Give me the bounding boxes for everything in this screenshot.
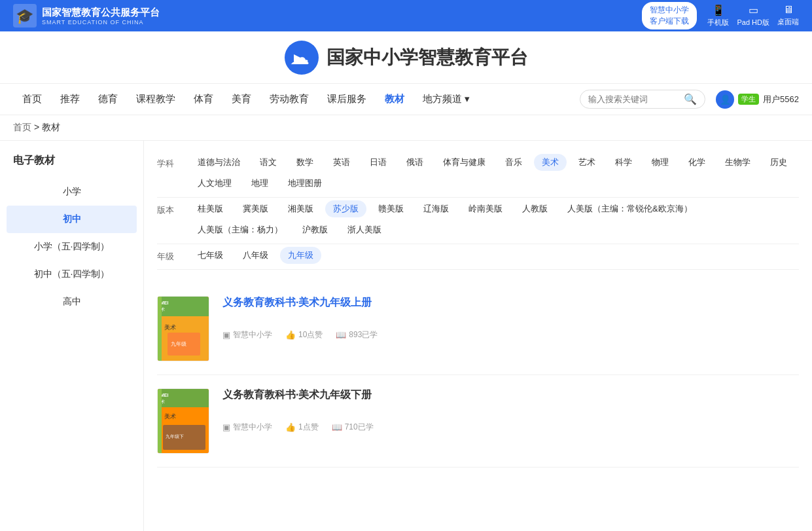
nav-sports[interactable]: 体育 bbox=[185, 84, 222, 115]
platform-links: 📱 手机版 ▭ Pad HD版 🖥 桌面端 bbox=[707, 4, 799, 27]
grade-books-divider bbox=[157, 269, 799, 270]
subject-history[interactable]: 历史 bbox=[762, 154, 795, 171]
book-meta-2: ▣ 智慧中小学 👍 1点赞 📖 710已学 bbox=[222, 422, 799, 433]
brand-title: 国家中小学智慧教育平台 bbox=[327, 45, 528, 70]
subject-english[interactable]: 英语 bbox=[325, 154, 358, 171]
breadcrumb-home[interactable]: 首页 bbox=[13, 122, 31, 132]
book-title-2: 义务教育教科书·美术九年级下册 bbox=[222, 388, 799, 402]
logo-main: 国家智慧教育公共服务平台 bbox=[42, 7, 160, 19]
learners-icon-1: 📖 bbox=[336, 330, 346, 340]
version-liao[interactable]: 辽海版 bbox=[415, 200, 457, 217]
nav-local[interactable]: 地方频道 ▾ bbox=[414, 84, 479, 115]
pad-link[interactable]: ▭ Pad HD版 bbox=[737, 4, 769, 27]
mobile-icon: 📱 bbox=[712, 4, 725, 16]
subject-filter-row: 学科 道德与法治 语文 数学 英语 日语 俄语 体育与健康 音乐 美术 艺术 科… bbox=[157, 154, 799, 192]
version-zherenm[interactable]: 浙人美版 bbox=[340, 221, 389, 238]
version-renmeichang[interactable]: 人美版（主编：常锐伦&欧京海） bbox=[559, 200, 700, 217]
subject-humanities-geo[interactable]: 人文地理 bbox=[190, 175, 239, 192]
version-renmeiy[interactable]: 人美版（主编：杨力） bbox=[190, 221, 291, 238]
subject-geography[interactable]: 地理 bbox=[243, 175, 276, 192]
grade-7[interactable]: 七年级 bbox=[190, 247, 231, 264]
subject-filter-tags: 道德与法治 语文 数学 英语 日语 俄语 体育与健康 音乐 美术 艺术 科学 物… bbox=[190, 154, 799, 192]
nav-course[interactable]: 课程教学 bbox=[127, 84, 185, 115]
nav-home[interactable]: 首页 bbox=[13, 84, 51, 115]
sidebar-junior54[interactable]: 初中（五·四学制） bbox=[0, 261, 143, 288]
version-gui[interactable]: 桂美版 bbox=[190, 200, 231, 217]
book-learners-2: 📖 710已学 bbox=[332, 422, 374, 433]
svg-rect-6 bbox=[158, 297, 209, 316]
mobile-link[interactable]: 📱 手机版 bbox=[707, 4, 729, 27]
book-meta-1: ▣ 智慧中小学 👍 10点赞 📖 893已学 bbox=[222, 329, 799, 340]
grade-9[interactable]: 九年级 bbox=[280, 247, 321, 264]
subject-geo-atlas[interactable]: 地理图册 bbox=[280, 175, 330, 192]
book-title-1[interactable]: 义务教育教科书·美术九年级上册 bbox=[222, 296, 799, 310]
version-lingnan[interactable]: 岭南美版 bbox=[461, 200, 510, 217]
version-renjiao[interactable]: 人教版 bbox=[514, 200, 556, 217]
version-gan[interactable]: 赣美版 bbox=[370, 200, 412, 217]
sidebar-primary54[interactable]: 小学（五·四学制） bbox=[0, 233, 143, 261]
svg-text:九年级: 九年级 bbox=[171, 341, 186, 347]
search-input[interactable] bbox=[588, 94, 680, 104]
sidebar-primary[interactable]: 小学 bbox=[0, 178, 143, 206]
desktop-label: 桌面端 bbox=[777, 17, 799, 27]
search-button[interactable]: 🔍 bbox=[684, 93, 697, 105]
version-sushao[interactable]: 苏少版 bbox=[325, 200, 366, 217]
book-cover-1[interactable]: MEI 术 美术 九年级 bbox=[157, 296, 209, 361]
nav-user[interactable]: 👤 学生 用户5562 bbox=[716, 90, 799, 109]
likes-text-1: 10点赞 bbox=[298, 329, 323, 340]
subject-morality[interactable]: 道德与法治 bbox=[190, 154, 248, 171]
source-text-2: 智慧中小学 bbox=[233, 422, 272, 433]
nav-arts[interactable]: 美育 bbox=[222, 84, 260, 115]
grade-filter-row: 年级 七年级 八年级 九年级 bbox=[157, 247, 799, 264]
subject-physics[interactable]: 物理 bbox=[644, 154, 677, 171]
subject-filter-label: 学科 bbox=[157, 154, 190, 170]
book-list: MEI 术 美术 九年级 义务教育教科书·美术九年级上册 ▣ 智慧中小学 bbox=[157, 283, 799, 467]
likes-text-2: 1点赞 bbox=[298, 422, 319, 433]
nav-textbook[interactable]: 教材 bbox=[376, 84, 414, 115]
nav-recommend[interactable]: 推荐 bbox=[51, 84, 89, 115]
subject-japanese[interactable]: 日语 bbox=[362, 154, 395, 171]
logo-icon: 🎓 bbox=[13, 4, 37, 27]
book-cover-2[interactable]: MEI 术 美术 九年级下 bbox=[157, 388, 209, 454]
learners-text-2: 710已学 bbox=[345, 422, 374, 433]
nav-labor[interactable]: 劳动教育 bbox=[260, 84, 318, 115]
subject-music[interactable]: 音乐 bbox=[497, 154, 530, 171]
version-xiang[interactable]: 湘美版 bbox=[280, 200, 321, 217]
nav-bar: 首页 推荐 德育 课程教学 体育 美育 劳动教育 课后服务 教材 地方频道 ▾ … bbox=[0, 84, 812, 115]
book-likes-1: 👍 10点赞 bbox=[285, 329, 323, 340]
svg-text:美术: 美术 bbox=[164, 324, 176, 331]
grade-8[interactable]: 八年级 bbox=[235, 247, 276, 264]
version-hu[interactable]: 沪教版 bbox=[294, 221, 336, 238]
book-info-2: 义务教育教科书·美术九年级下册 ▣ 智慧中小学 👍 1点赞 📖 710已学 bbox=[222, 388, 799, 433]
likes-icon-2: 👍 bbox=[285, 422, 296, 432]
main-content: 电子教材 小学 初中 小学（五·四学制） 初中（五·四学制） 高中 学科 道德与… bbox=[0, 141, 812, 531]
subject-biology[interactable]: 生物学 bbox=[717, 154, 758, 171]
mobile-label: 手机版 bbox=[707, 18, 729, 27]
grade-filter-tags: 七年级 八年级 九年级 bbox=[190, 247, 799, 264]
subject-science[interactable]: 科学 bbox=[607, 154, 640, 171]
source-text-1: 智慧中小学 bbox=[233, 329, 272, 340]
desktop-icon: 🖥 bbox=[783, 4, 794, 16]
brand-bar: ☁ ▶ 国家中小学智慧教育平台 bbox=[0, 31, 812, 84]
book-source-2: ▣ 智慧中小学 bbox=[222, 422, 272, 433]
subject-art[interactable]: 美术 bbox=[534, 154, 567, 171]
breadcrumb-current: 教材 bbox=[42, 122, 60, 132]
sidebar: 电子教材 小学 初中 小学（五·四学制） 初中（五·四学制） 高中 bbox=[0, 141, 144, 531]
brand-cloud-icon: ☁ ▶ bbox=[285, 41, 319, 75]
version-ji[interactable]: 冀美版 bbox=[235, 200, 276, 217]
subject-arts[interactable]: 艺术 bbox=[571, 154, 603, 171]
subject-russian[interactable]: 俄语 bbox=[398, 154, 431, 171]
subject-chemistry[interactable]: 化学 bbox=[680, 154, 713, 171]
sidebar-senior[interactable]: 高中 bbox=[0, 288, 143, 316]
nav-search: 🔍 bbox=[580, 90, 705, 109]
download-button[interactable]: 智慧中小学 客户端下载 bbox=[642, 2, 697, 29]
subject-math[interactable]: 数学 bbox=[289, 154, 321, 171]
nav-afterschool[interactable]: 课后服务 bbox=[318, 84, 376, 115]
subject-chinese[interactable]: 语文 bbox=[252, 154, 285, 171]
sidebar-junior[interactable]: 初中 bbox=[7, 206, 137, 233]
likes-icon-1: 👍 bbox=[285, 330, 296, 340]
nav-moral[interactable]: 德育 bbox=[89, 84, 127, 115]
desktop-link[interactable]: 🖥 桌面端 bbox=[777, 4, 799, 27]
subject-pe[interactable]: 体育与健康 bbox=[435, 154, 493, 171]
version-filter-tags: 桂美版 冀美版 湘美版 苏少版 赣美版 辽海版 岭南美版 人教版 人美版（主编：… bbox=[190, 200, 799, 238]
